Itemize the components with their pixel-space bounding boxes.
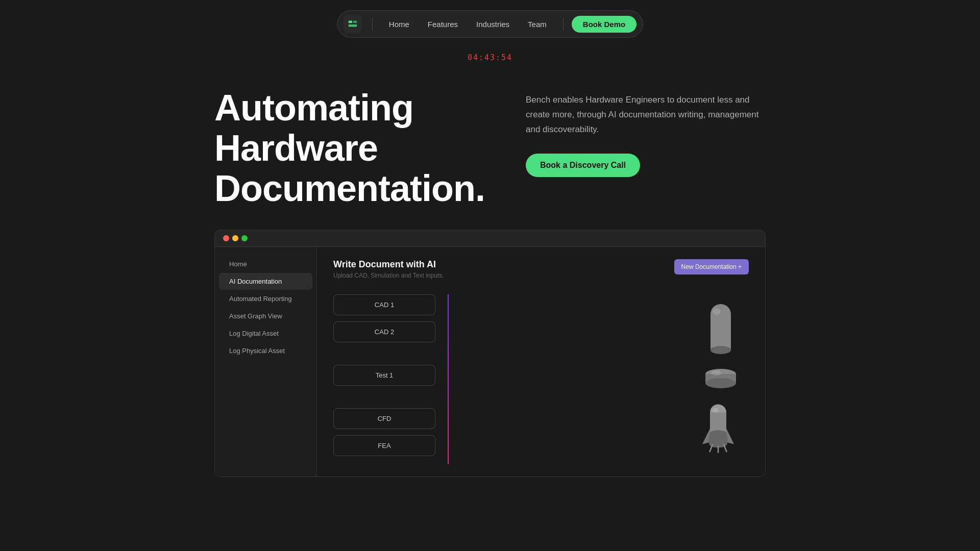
hero-section: Automating Hardware Documentation. Bench… (184, 78, 796, 230)
vertical-separator (448, 294, 449, 464)
app-sidebar: Home AI Documentation Automated Reportin… (215, 247, 317, 477)
svg-point-10 (711, 370, 721, 375)
doc-body: CAD 1 CAD 2 Test 1 CFD FEA (333, 294, 749, 464)
navbar-inner: Home Features Industries Team Book Demo (337, 10, 643, 38)
svg-point-16 (712, 408, 718, 413)
svg-point-9 (705, 378, 736, 388)
app-window-wrapper: Home AI Documentation Automated Reportin… (184, 230, 796, 508)
sidebar-item-home[interactable]: Home (219, 256, 312, 272)
svg-point-5 (710, 346, 731, 354)
hero-description: Bench enables Hardware Engineers to docu… (526, 93, 766, 137)
hero-title: Automating Hardware Documentation. (214, 88, 485, 209)
nav-industries[interactable]: Industries (468, 17, 518, 32)
nav-divider-right (563, 18, 564, 30)
svg-rect-0 (349, 21, 352, 23)
nav-links: Home Features Industries Team (381, 17, 555, 32)
sidebar-item-log-physical-asset[interactable]: Log Physical Asset (219, 342, 312, 359)
logo (344, 15, 362, 33)
nav-divider-left (372, 18, 373, 30)
nav-features[interactable]: Features (420, 17, 466, 32)
navbar: Home Features Industries Team Book Demo (0, 0, 980, 48)
sidebar-item-asset-graph-view[interactable]: Asset Graph View (219, 308, 312, 324)
new-documentation-button[interactable]: New Documentation + (674, 259, 749, 274)
book-demo-button[interactable]: Book Demo (572, 16, 636, 33)
doc-list-group: CAD 1 CAD 2 (333, 294, 435, 342)
doc-item-cfd[interactable]: CFD (333, 408, 435, 429)
window-body: Home AI Documentation Automated Reportin… (215, 247, 765, 477)
window-minimize-dot (232, 235, 238, 241)
nav-home[interactable]: Home (381, 17, 418, 32)
main-content: Write Document with AI Upload CAD, Simul… (317, 247, 765, 477)
svg-point-6 (713, 309, 721, 315)
cad-model-1 (703, 303, 739, 359)
sidebar-item-ai-documentation[interactable]: AI Documentation (219, 273, 312, 290)
doc-item-test1[interactable]: Test 1 (333, 365, 435, 386)
window-close-dot (223, 235, 229, 241)
sidebar-item-log-digital-asset[interactable]: Log Digital Asset (219, 325, 312, 342)
doc-item-cad1[interactable]: CAD 1 (333, 294, 435, 315)
sidebar-item-automated-reporting[interactable]: Automated Reporting (219, 290, 312, 307)
doc-item-cad2[interactable]: CAD 2 (333, 321, 435, 342)
svg-rect-1 (353, 21, 357, 23)
doc-list-group-3: CFD FEA (333, 408, 435, 456)
cad-model-2 (703, 366, 739, 392)
cad-model-3 (698, 399, 739, 455)
nav-team[interactable]: Team (520, 17, 555, 32)
timer-bar: 04:43:54 (0, 53, 980, 62)
window-titlebar (215, 230, 765, 247)
svg-rect-12 (710, 412, 726, 433)
timer-display: 04:43:54 (468, 53, 512, 62)
svg-rect-4 (710, 314, 731, 350)
doc-item-fea[interactable]: FEA (333, 435, 435, 456)
window-maximize-dot (241, 235, 248, 241)
hero-right: Bench enables Hardware Engineers to docu… (526, 88, 766, 177)
doc-list-group-2: Test 1 (333, 365, 435, 386)
discovery-call-button[interactable]: Book a Discovery Call (526, 154, 640, 177)
doc-title-group: Write Document with AI Upload CAD, Simul… (333, 259, 444, 279)
doc-list: CAD 1 CAD 2 Test 1 CFD FEA (333, 294, 435, 464)
doc-subtitle: Upload CAD, Simulation and Text inputs. (333, 272, 444, 279)
doc-title: Write Document with AI (333, 259, 444, 270)
app-window: Home AI Documentation Automated Reportin… (214, 230, 766, 477)
svg-rect-2 (349, 24, 357, 27)
hero-left: Automating Hardware Documentation. (214, 88, 485, 209)
doc-preview (461, 294, 749, 464)
doc-header: Write Document with AI Upload CAD, Simul… (333, 259, 749, 279)
